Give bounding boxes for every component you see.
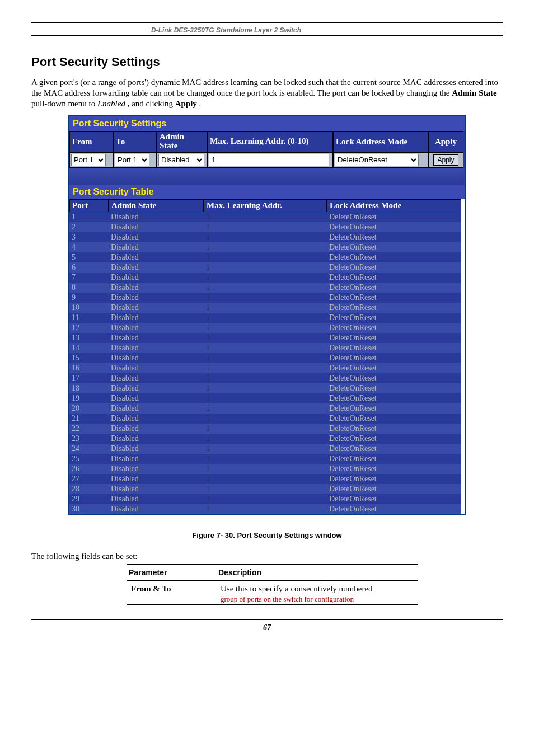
port-security-panel: Port Security Settings From To Admin Sta…: [68, 115, 466, 515]
page-number: 67: [31, 623, 503, 632]
table-panel-title: Port Security Table: [69, 185, 465, 199]
header-from: From: [69, 131, 113, 152]
cell-admin-state: Disabled: [109, 403, 204, 414]
cell-lock-mode: DeleteOnReset: [327, 414, 461, 424]
cell-lock-mode: DeleteOnReset: [327, 363, 461, 373]
cell-max-learning: 1: [204, 313, 327, 323]
cell-lock-mode: DeleteOnReset: [327, 222, 461, 232]
cell-lock-mode: DeleteOnReset: [327, 464, 461, 474]
cell-port: 3: [69, 232, 109, 242]
cell-max-learning: 1: [204, 454, 327, 464]
cell-port: 23: [69, 434, 109, 444]
cell-admin-state: Disabled: [109, 232, 204, 242]
table-row: 2Disabled1DeleteOnReset: [69, 222, 465, 232]
cell-admin-state: Disabled: [109, 464, 204, 474]
cell-lock-mode: DeleteOnReset: [327, 313, 461, 323]
table-row: 14Disabled1DeleteOnReset: [69, 343, 465, 353]
table-row: 4Disabled1DeleteOnReset: [69, 242, 465, 252]
cell-max-learning: 1: [204, 333, 327, 343]
param-desc-cell: Use this to specify a consecutively numb…: [216, 580, 418, 604]
header-max-learning: Max. Learning Addr. (0-10): [207, 131, 333, 152]
intro-paragraph: A given port's (or a range of ports') dy…: [31, 77, 503, 109]
cell-lock-mode: DeleteOnReset: [327, 252, 461, 262]
intro-text-1: A given port's (or a range of ports') dy…: [31, 78, 498, 97]
cell-admin-state: Disabled: [109, 484, 204, 494]
parameter-table: Parameter Description From & To Use this…: [127, 564, 418, 605]
table-row: 20Disabled1DeleteOnReset: [69, 403, 465, 414]
max-learning-input[interactable]: [209, 154, 329, 166]
table-row: 23Disabled1DeleteOnReset: [69, 434, 465, 444]
col-header-port: Port: [69, 199, 109, 212]
cell-port: 13: [69, 333, 109, 343]
figure-caption: Figure 7- 30. Port Security Settings win…: [31, 531, 503, 539]
cell-max-learning: 1: [204, 464, 327, 474]
table-row: 19Disabled1DeleteOnReset: [69, 393, 465, 403]
cell-port: 19: [69, 393, 109, 403]
param-key: From & To: [127, 580, 216, 604]
cell-apply: Apply: [428, 152, 463, 168]
cell-admin-state: Disabled: [109, 504, 204, 514]
header-rule-bottom: [31, 35, 503, 36]
cell-admin-state: Disabled: [109, 434, 204, 444]
panel-spacer: [69, 168, 465, 185]
apply-button[interactable]: Apply: [433, 154, 458, 166]
cell-lock-mode: DeleteOnReset: [327, 383, 461, 393]
cell-admin-state: Disabled: [109, 333, 204, 343]
admin-state-select[interactable]: Disabled: [158, 154, 204, 166]
cell-max-learning: 1: [204, 363, 327, 373]
cell-admin-state: Disabled: [109, 494, 204, 504]
cell-lock-mode: DeleteOnReset: [327, 303, 461, 313]
cell-max-learning: 1: [204, 494, 327, 504]
cell-lock-mode: DeleteOnReset: [327, 393, 461, 403]
cell-lock-mode: DeleteOnReset: [327, 323, 461, 333]
cell-max-learning: 1: [204, 252, 327, 262]
lock-mode-select[interactable]: DeleteOnReset: [335, 154, 419, 166]
table-row: 13Disabled1DeleteOnReset: [69, 333, 465, 343]
col-header-admin-state: Admin State: [109, 199, 204, 212]
section-title: Port Security Settings: [31, 55, 503, 69]
cell-admin-state: Disabled: [109, 393, 204, 403]
to-port-select[interactable]: Port 1: [115, 154, 149, 166]
col-header-max-learning: Max. Learning Addr.: [204, 199, 327, 212]
cell-lock-mode: DeleteOnReset: [327, 283, 461, 293]
cell-max-learning: 1: [204, 283, 327, 293]
cell-max-learning: 1: [204, 414, 327, 424]
settings-panel-title: Port Security Settings: [69, 116, 465, 131]
param-header-parameter: Parameter: [127, 564, 216, 581]
cell-lock-mode: DeleteOnReset: [333, 152, 428, 168]
col-header-lock-mode: Lock Address Mode: [327, 199, 461, 212]
cell-admin-state: Disabled: [109, 424, 204, 434]
cell-lock-mode: DeleteOnReset: [327, 232, 461, 242]
cell-max-learning: 1: [204, 232, 327, 242]
table-row: 11Disabled1DeleteOnReset: [69, 313, 465, 323]
table-row: 25Disabled1DeleteOnReset: [69, 454, 465, 464]
cell-lock-mode: DeleteOnReset: [327, 444, 461, 454]
cell-admin-state: Disabled: [109, 454, 204, 464]
cell-port: 26: [69, 464, 109, 474]
table-row: 6Disabled1DeleteOnReset: [69, 262, 465, 273]
cell-admin-state: Disabled: [109, 303, 204, 313]
cell-admin-state: Disabled: [109, 313, 204, 323]
cell-lock-mode: DeleteOnReset: [327, 353, 461, 363]
cell-max-learning: 1: [204, 393, 327, 403]
cell-admin-state: Disabled: [157, 152, 207, 168]
cell-admin-state: Disabled: [109, 252, 204, 262]
cell-lock-mode: DeleteOnReset: [327, 242, 461, 252]
cell-admin-state: Disabled: [109, 262, 204, 273]
intro-text-2: pull-down menu to: [31, 99, 97, 108]
cell-max-learning: 1: [204, 273, 327, 283]
footer-rule: [31, 619, 503, 620]
cell-max-learning: 1: [204, 373, 327, 383]
cell-max-learning: 1: [204, 343, 327, 353]
cell-admin-state: Disabled: [109, 323, 204, 333]
param-desc-cutoff: group of ports on the switch for configu…: [221, 595, 413, 604]
table-row: 27Disabled1DeleteOnReset: [69, 474, 465, 484]
cell-lock-mode: DeleteOnReset: [327, 333, 461, 343]
table-row: 12Disabled1DeleteOnReset: [69, 323, 465, 333]
cell-port: 11: [69, 313, 109, 323]
intro-bold-2: Apply: [175, 99, 197, 108]
cell-admin-state: Disabled: [109, 414, 204, 424]
from-port-select[interactable]: Port 1: [71, 154, 106, 166]
cell-lock-mode: DeleteOnReset: [327, 373, 461, 383]
table-row: 5Disabled1DeleteOnReset: [69, 252, 465, 262]
